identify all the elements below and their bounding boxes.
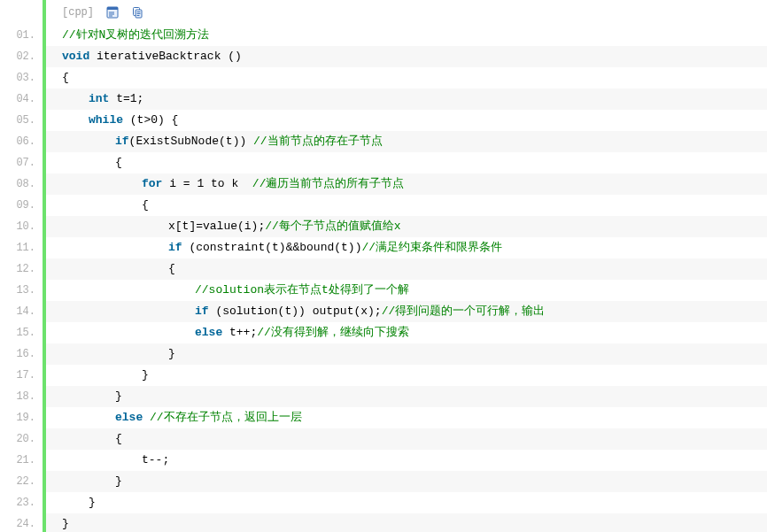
- token-comment: //遍历当前节点的所有子节点: [252, 177, 405, 190]
- token-plain: }: [89, 496, 96, 509]
- token-plain: t++;: [222, 326, 257, 339]
- code-content: //针对N叉树的迭代回溯方法: [46, 25, 767, 46]
- code-line: 24.}: [0, 513, 767, 532]
- token-keyword: else: [115, 411, 143, 424]
- code-content: for i = 1 to k //遍历当前节点的所有子节点: [46, 173, 767, 195]
- code-line: 13.//solution表示在节点t处得到了一个解: [0, 280, 767, 301]
- code-line: 15.else t++;//没有得到解，继续向下搜索: [0, 322, 767, 343]
- token-keyword: if: [168, 241, 182, 254]
- code-content: {: [46, 152, 767, 173]
- token-plain: (solution(t)) output(x);: [209, 305, 382, 318]
- line-number: 07.: [0, 152, 43, 173]
- token-plain: {: [115, 432, 122, 445]
- line-number: 13.: [0, 280, 43, 301]
- token-plain: }: [142, 368, 149, 382]
- code-content: {: [46, 428, 767, 450]
- code-line: 02.void iterativeBacktrack (): [0, 46, 767, 67]
- code-content: }: [46, 365, 767, 386]
- code-content: while (t>0) {: [46, 110, 767, 131]
- token-plain: t=1;: [109, 92, 143, 105]
- line-number: 05.: [0, 110, 43, 131]
- token-keyword: else: [195, 326, 222, 339]
- code-line: 16.}: [0, 343, 767, 365]
- code-line: 03.{: [0, 67, 767, 89]
- copy-icon[interactable]: [131, 6, 143, 19]
- line-number: 20.: [0, 428, 43, 450]
- code-content: t--;: [46, 450, 767, 471]
- line-number: 04.: [0, 89, 43, 110]
- code-content: {: [46, 67, 767, 89]
- line-number: 22.: [0, 471, 43, 492]
- line-number: 06.: [0, 131, 43, 152]
- svg-rect-1: [107, 7, 118, 10]
- line-number: 12.: [0, 258, 43, 280]
- token-comment: //得到问题的一个可行解，输出: [382, 305, 546, 318]
- token-plain: t--;: [142, 453, 169, 466]
- line-number: 10.: [0, 216, 43, 237]
- line-number: 08.: [0, 173, 43, 195]
- code-content: {: [46, 195, 767, 216]
- code-body: 01.//针对N叉树的迭代回溯方法02.void iterativeBacktr…: [0, 25, 767, 532]
- code-content: int t=1;: [46, 89, 767, 110]
- token-keyword: while: [89, 113, 123, 127]
- token-comment: //solution表示在节点t处得到了一个解: [195, 283, 409, 297]
- code-content: else //不存在子节点，返回上一层: [46, 407, 767, 428]
- code-line: 12.{: [0, 258, 767, 280]
- code-content: }: [46, 513, 767, 532]
- code-content: }: [46, 471, 767, 492]
- code-line: 04.int t=1;: [0, 89, 767, 110]
- code-content: }: [46, 386, 767, 407]
- token-comment: //每个子节点的值赋值给x: [265, 220, 400, 233]
- line-number: 17.: [0, 365, 43, 386]
- line-number: 18.: [0, 386, 43, 407]
- token-plain: }: [115, 474, 122, 488]
- token-keyword: for: [142, 177, 162, 190]
- code-line: 21.t--;: [0, 450, 767, 471]
- token-keyword: if: [115, 135, 129, 148]
- code-line: 14.if (solution(t)) output(x);//得到问题的一个可…: [0, 301, 767, 322]
- code-content: if (solution(t)) output(x);//得到问题的一个可行解，…: [46, 301, 767, 322]
- token-plain: (constraint(t)&&bound(t)): [182, 241, 362, 254]
- code-line: 05.while (t>0) {: [0, 110, 767, 131]
- code-line: 23.}: [0, 492, 767, 513]
- code-content: {: [46, 258, 767, 280]
- token-plain: (ExistSubNode(t)): [129, 135, 253, 148]
- token-plain: {: [168, 262, 175, 275]
- code-line: 07.{: [0, 152, 767, 173]
- token-plain: }: [62, 517, 69, 530]
- token-plain: [143, 411, 150, 424]
- token-keyword: int: [89, 92, 109, 105]
- token-plain: {: [142, 198, 149, 212]
- code-line: 19.else //不存在子节点，返回上一层: [0, 407, 767, 428]
- token-comment: //当前节点的存在子节点: [253, 135, 383, 148]
- line-number: 03.: [0, 67, 43, 89]
- code-block: [cpp] 01.//针对N叉: [0, 0, 767, 532]
- token-plain: }: [168, 347, 175, 360]
- code-line: 06.if(ExistSubNode(t)) //当前节点的存在子节点: [0, 131, 767, 152]
- line-number: 11.: [0, 237, 43, 258]
- code-content: if (constraint(t)&&bound(t))//满足约束条件和限界条…: [46, 237, 767, 258]
- code-line: 18.}: [0, 386, 767, 407]
- token-plain: i = 1 to k: [162, 177, 252, 190]
- token-keyword: void: [62, 50, 89, 63]
- line-number: 16.: [0, 343, 43, 365]
- code-content: void iterativeBacktrack (): [46, 46, 767, 67]
- token-plain: {: [115, 156, 122, 169]
- token-comment: //满足约束条件和限界条件: [361, 241, 502, 254]
- code-content: }: [46, 343, 767, 365]
- token-comment: //针对N叉树的迭代回溯方法: [62, 28, 209, 42]
- language-tag: [cpp]: [62, 6, 94, 19]
- line-number: 21.: [0, 450, 43, 471]
- code-line: 11.if (constraint(t)&&bound(t))//满足约束条件和…: [0, 237, 767, 258]
- token-plain: iterativeBacktrack (): [89, 50, 242, 63]
- code-line: 01.//针对N叉树的迭代回溯方法: [0, 25, 767, 46]
- line-number: 24.: [0, 513, 43, 532]
- token-plain: {: [62, 71, 69, 84]
- line-number: 01.: [0, 25, 43, 46]
- view-source-icon[interactable]: [106, 6, 119, 19]
- code-content: if(ExistSubNode(t)) //当前节点的存在子节点: [46, 131, 767, 152]
- code-line: 17.}: [0, 365, 767, 386]
- code-line: 10.x[t]=value(i);//每个子节点的值赋值给x: [0, 216, 767, 237]
- line-number: 23.: [0, 492, 43, 513]
- code-content: else t++;//没有得到解，继续向下搜索: [46, 322, 767, 343]
